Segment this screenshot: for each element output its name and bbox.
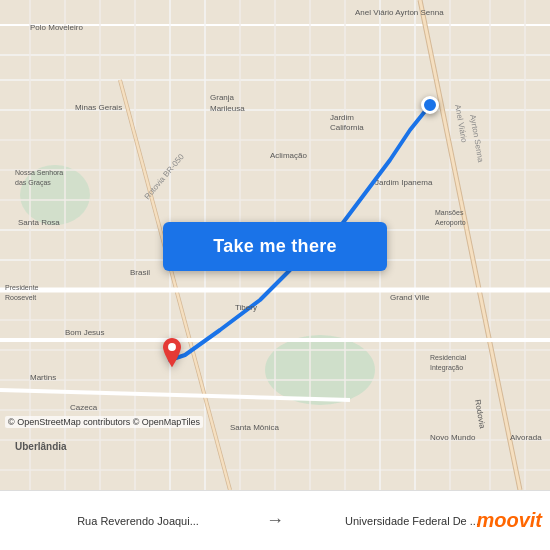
svg-text:Mansões: Mansões <box>435 209 464 216</box>
svg-text:Polo Moveleiro: Polo Moveleiro <box>30 23 83 32</box>
svg-text:Novo Mundo: Novo Mundo <box>430 433 476 442</box>
take-me-there-button[interactable]: Take me there <box>163 222 387 271</box>
svg-text:Santa Rosa: Santa Rosa <box>18 218 60 227</box>
svg-text:Anel Viário Ayrton Senna: Anel Viário Ayrton Senna <box>355 8 444 17</box>
svg-text:Martins: Martins <box>30 373 56 382</box>
svg-text:Bom Jesus: Bom Jesus <box>65 328 105 337</box>
svg-text:Marileusa: Marileusa <box>210 104 245 113</box>
map-container: Polo Moveleiro Minas Gerais Nossa Senhor… <box>0 0 550 490</box>
svg-text:Integração: Integração <box>430 364 463 372</box>
svg-text:Cazeca: Cazeca <box>70 403 98 412</box>
svg-text:Brasil: Brasil <box>130 268 150 277</box>
svg-text:Nossa Senhora: Nossa Senhora <box>15 169 63 176</box>
svg-text:Aclimação: Aclimação <box>270 151 307 160</box>
svg-text:Tibery: Tibery <box>235 303 257 312</box>
svg-text:Presidente: Presidente <box>5 284 39 291</box>
moovit-text: moovit <box>476 509 542 532</box>
svg-point-75 <box>168 343 176 351</box>
bottom-bar: Rua Reverendo Joaqui... → Universidade F… <box>0 490 550 550</box>
destination-marker <box>158 338 186 378</box>
svg-text:Residencial: Residencial <box>430 354 467 361</box>
svg-text:Granja: Granja <box>210 93 235 102</box>
svg-text:California: California <box>330 123 364 132</box>
svg-text:Grand Ville: Grand Ville <box>390 293 430 302</box>
svg-text:Jardim: Jardim <box>330 113 354 122</box>
from-label: Rua Reverendo Joaqui... <box>10 515 266 527</box>
svg-point-1 <box>265 335 375 405</box>
svg-text:Jardim Ipanema: Jardim Ipanema <box>375 178 433 187</box>
moovit-logo: moovit <box>460 490 550 550</box>
svg-text:Alvorada: Alvorada <box>510 433 542 442</box>
svg-text:Uberlândia: Uberlândia <box>15 441 67 452</box>
origin-marker <box>421 96 439 114</box>
arrow-icon: → <box>266 510 284 531</box>
svg-text:das Graças: das Graças <box>15 179 51 187</box>
osm-attribution: © OpenStreetMap contributors © OpenMapTi… <box>5 416 203 428</box>
svg-text:Roosevelt: Roosevelt <box>5 294 36 301</box>
svg-text:Minas Gerais: Minas Gerais <box>75 103 122 112</box>
svg-text:Aeroporto: Aeroporto <box>435 219 466 227</box>
svg-text:Santa Mônica: Santa Mônica <box>230 423 279 432</box>
